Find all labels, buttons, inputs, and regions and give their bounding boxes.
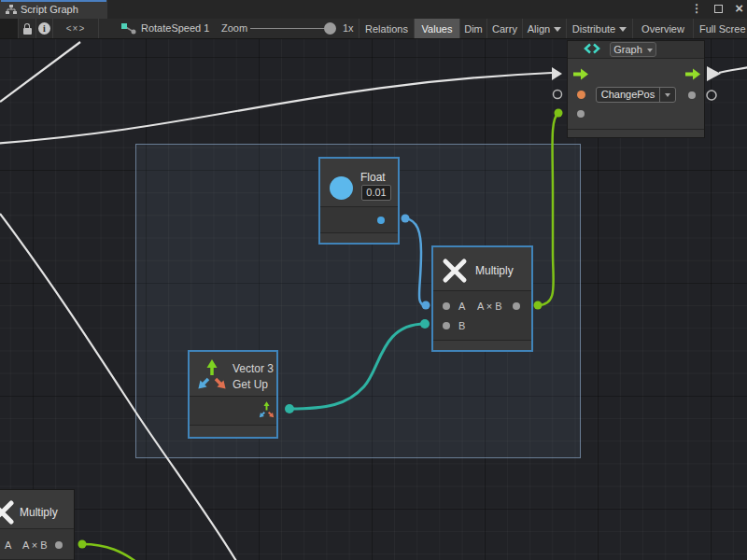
wire-cap [285, 404, 294, 413]
code-view-button[interactable]: <×> [53, 19, 99, 38]
toolbar-button-values[interactable]: Values [414, 19, 459, 38]
toolbar-button-align[interactable]: Align [522, 19, 566, 38]
toolbar-button-overview[interactable]: Overview [632, 19, 693, 38]
multiply-input-a-port[interactable] [443, 302, 450, 310]
wire-green-bottom[interactable] [82, 544, 136, 560]
vector3-output-port[interactable] [257, 400, 275, 419]
tab-active-indicator [1, 0, 106, 2]
float-icon [330, 176, 353, 200]
toolbar: i <×> RotateSpeed 1 Zoom 1x Relations Va… [0, 19, 747, 38]
wire-teal-vector3-to-multiply[interactable] [289, 324, 425, 409]
info-icon: i [38, 22, 50, 35]
node-title: Float [360, 171, 386, 184]
trigger-input-arrow[interactable] [552, 67, 562, 80]
multiply-icon [442, 258, 468, 284]
code-view-icon: <×> [66, 23, 86, 34]
node-multiply[interactable]: Multiply A A × B B [432, 246, 532, 351]
wire-blue-float-to-multiply[interactable] [405, 218, 426, 305]
zoom-value: 1x [343, 22, 354, 34]
info-button[interactable]: i [36, 19, 53, 38]
chevron-down-icon [647, 49, 653, 52]
wire-cap [555, 109, 563, 118]
zoom-slider-track[interactable] [250, 28, 329, 29]
value-output-ring[interactable] [707, 91, 716, 100]
value-input-ring[interactable] [554, 91, 562, 99]
node-multiply-partial[interactable]: Multiply A A × B [0, 489, 75, 560]
toolbar-corner [0, 19, 19, 38]
graph-canvas[interactable]: Float 0.01 Multiply A A × B B [0, 38, 747, 560]
wire-white-to-changepos[interactable] [0, 73, 552, 144]
more-options-icon[interactable]: ⋮ [691, 2, 702, 15]
close-icon[interactable]: × [735, 2, 743, 15]
wire-cap [420, 319, 430, 329]
port-label-b: B [458, 320, 465, 331]
vector3-icon [194, 357, 230, 394]
chevron-down-icon [619, 27, 627, 32]
node-title: Vector 3 [233, 362, 274, 375]
wire-cap [422, 301, 430, 310]
node-changepos-unit[interactable]: Graph ChangePos [567, 40, 705, 138]
toolbar-button-carry[interactable]: Carry [486, 19, 522, 38]
node-float[interactable]: Float 0.01 [319, 158, 399, 244]
flow-output-arrow-icon[interactable] [685, 68, 701, 80]
wire-green-multiply-to-changepos[interactable] [538, 113, 558, 305]
tab-script-graph[interactable]: Script Graph [0, 0, 107, 19]
multiply-output-port[interactable] [55, 541, 63, 549]
tab-title: Script Graph [21, 4, 78, 15]
window-controls: ⋮ × [691, 2, 743, 17]
zoom-slider-knob[interactable] [324, 22, 336, 35]
script-graph-window: Script Graph ⋮ × i <×> RotateSpeed 1 Zoo… [0, 0, 747, 560]
node-title: Multiply [20, 506, 58, 519]
wire-white-right-stub[interactable] [719, 67, 747, 73]
graph-code-icon [582, 43, 602, 54]
port-label-out: A × B [477, 301, 502, 312]
maximize-icon[interactable] [714, 5, 723, 13]
wire-white-topleft[interactable] [0, 42, 80, 102]
node-subtitle: Get Up [233, 378, 268, 391]
script-machine-icon [121, 23, 136, 35]
chevron-down-icon [554, 27, 561, 32]
wire-cap [534, 301, 543, 310]
lock-icon [23, 23, 32, 35]
macro-name-label[interactable]: RotateSpeed 1 [141, 22, 209, 34]
toolbar-button-fullscreen[interactable]: Full Scree [693, 19, 747, 38]
wire-cap [78, 540, 87, 549]
port-label-out: A × B [22, 539, 48, 551]
float-output-port[interactable] [377, 217, 385, 224]
multiply-input-b-port[interactable] [443, 322, 450, 329]
title-bar: Script Graph ⋮ × [0, 0, 747, 19]
multiply-output-port[interactable] [513, 302, 520, 310]
multiply-icon [0, 499, 15, 525]
wire-cap [402, 215, 410, 223]
port-label-a: A [458, 301, 465, 312]
changepos-input-port[interactable] [577, 91, 585, 99]
changepos-dropdown[interactable]: ChangePos [596, 87, 676, 103]
chevron-down-icon [665, 93, 670, 97]
toolbar-button-distribute[interactable]: Distribute [566, 19, 632, 38]
flow-input-arrow-icon[interactable] [573, 68, 589, 80]
float-value-input[interactable]: 0.01 [361, 185, 391, 201]
port-label-a: A [5, 539, 11, 551]
toolbar-button-dim[interactable]: Dim [459, 19, 486, 38]
graph-dropdown-button[interactable]: Graph [610, 42, 656, 57]
node-title: Multiply [475, 264, 514, 277]
trigger-output-arrow[interactable] [707, 66, 721, 81]
script-graph-icon [6, 5, 17, 15]
input-port[interactable] [577, 110, 585, 118]
output-port[interactable] [688, 91, 696, 99]
lock-button[interactable] [19, 19, 36, 38]
zoom-label: Zoom [221, 22, 247, 34]
toolbar-button-relations[interactable]: Relations [359, 19, 414, 38]
node-vector3-get-up[interactable]: Vector 3 Get Up [189, 351, 277, 438]
